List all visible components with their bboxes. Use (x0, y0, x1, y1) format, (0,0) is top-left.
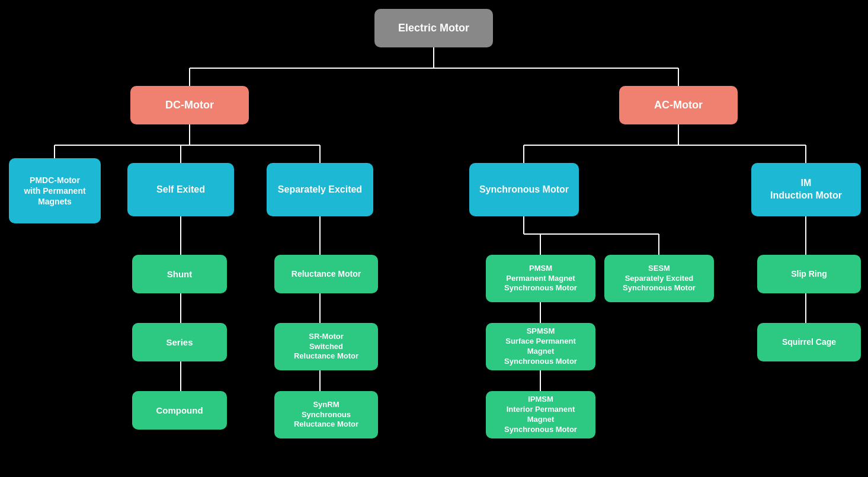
sr-label: SR-MotorSwitchedReluctance Motor (294, 332, 358, 362)
spmsm-label: SPMSMSurface Permanent MagnetSynchronous… (493, 326, 588, 367)
ipmsm-label: IPMSMInterior Permanent MagnetSynchronou… (493, 395, 588, 435)
root-node: Electric Motor (374, 9, 493, 47)
reluctance-node: Reluctance Motor (274, 255, 378, 293)
im-node: IMInduction Motor (751, 163, 861, 216)
spmsm-node: SPMSMSurface Permanent MagnetSynchronous… (486, 323, 595, 370)
synrm-label: SynRMSynchronousReluctance Motor (294, 400, 358, 430)
squirrel-cage-node: Squirrel Cage (757, 323, 861, 361)
dc-motor-node: DC-Motor (130, 86, 249, 124)
self-exited-node: Self Exited (127, 163, 234, 216)
ac-motor-node: AC-Motor (619, 86, 738, 124)
pmsm-label: PMSMPermanent MagnetSynchronous Motor (504, 264, 577, 294)
pmdc-node: PMDC-Motorwith PermanentMagnets (9, 158, 101, 223)
sesm-node: SESMSeparately ExcitedSynchronous Motor (604, 255, 714, 302)
sesm-label: SESMSeparately ExcitedSynchronous Motor (623, 264, 696, 294)
pmdc-label: PMDC-Motorwith PermanentMagnets (24, 175, 85, 207)
compound-node: Compound (132, 391, 227, 430)
sep-excited-node: Separately Excited (267, 163, 373, 216)
tree-diagram: Electric Motor DC-Motor AC-Motor PMDC-Mo… (0, 0, 868, 477)
sr-node: SR-MotorSwitchedReluctance Motor (274, 323, 378, 370)
series-node: Series (132, 323, 227, 361)
synrm-node: SynRMSynchronousReluctance Motor (274, 391, 378, 438)
im-label: IMInduction Motor (770, 177, 842, 202)
pmsm-node: PMSMPermanent MagnetSynchronous Motor (486, 255, 595, 302)
slip-ring-node: Slip Ring (757, 255, 861, 293)
sync-node: Synchronous Motor (469, 163, 579, 216)
shunt-node: Shunt (132, 255, 227, 293)
ipmsm-node: IPMSMInterior Permanent MagnetSynchronou… (486, 391, 595, 438)
